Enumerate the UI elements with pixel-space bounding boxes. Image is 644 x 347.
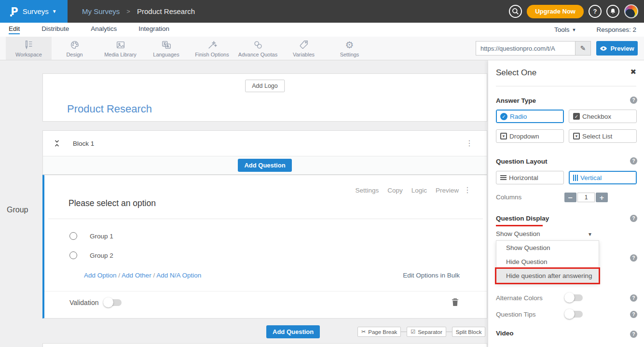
- option-label[interactable]: Group 2: [90, 252, 113, 259]
- menu-item-hide-question[interactable]: Hide Question: [496, 255, 599, 269]
- radio-option-icon[interactable]: [69, 251, 77, 259]
- answer-type-checkbox[interactable]: ✓ Checkbox: [569, 110, 637, 123]
- chevron-down-icon: ▼: [572, 28, 576, 32]
- responses-count[interactable]: Responses: 2: [596, 26, 636, 33]
- split-block-button[interactable]: Split Block: [452, 327, 486, 337]
- toolbar-item-finish-options[interactable]: Finish Options: [189, 37, 235, 60]
- answer-type-radio[interactable]: ✓ Radio: [496, 110, 564, 123]
- answer-option-row: Group 1: [69, 232, 113, 240]
- wand-icon: [207, 40, 218, 50]
- preview-button[interactable]: Preview: [596, 41, 638, 56]
- edit-url-button[interactable]: ✎: [575, 41, 591, 56]
- option-links: Add Option / Add Other / Add N/A Option: [84, 272, 201, 279]
- bell-icon: [609, 8, 617, 15]
- toolbar-item-settings[interactable]: ⚙ Settings: [327, 37, 372, 60]
- question-copy-link[interactable]: Copy: [387, 187, 403, 194]
- alternate-colors-toggle[interactable]: [565, 294, 583, 301]
- layout-vertical-button[interactable]: Vertical: [569, 171, 637, 184]
- tab-distribute[interactable]: Distribute: [41, 25, 69, 34]
- validation-toggle[interactable]: [104, 299, 122, 306]
- divider: [496, 86, 636, 86]
- answer-type-help-icon[interactable]: ?: [630, 97, 637, 104]
- block-menu-icon[interactable]: ⋮: [466, 139, 473, 147]
- toolbar-item-design[interactable]: Design: [52, 37, 97, 60]
- tag-icon: [299, 40, 309, 50]
- surveys-menu[interactable]: P Surveys ▼: [0, 0, 68, 23]
- increment-button[interactable]: +: [596, 193, 608, 202]
- edit-options-in-bulk-link[interactable]: Edit Options in Bulk: [403, 272, 460, 279]
- survey-url-field[interactable]: https://questionpro.com/t/A: [476, 41, 575, 56]
- question-display-menu: Show Question Hide Question Hide questio…: [496, 240, 599, 283]
- question-display-select[interactable]: Show Question ▼: [496, 230, 595, 237]
- question-text[interactable]: Please select an option: [69, 198, 156, 208]
- add-question-button-top[interactable]: Add Question: [238, 159, 291, 172]
- checkbox-icon: ☑: [411, 329, 415, 335]
- tab-integration[interactable]: Integration: [138, 25, 169, 34]
- toolbar-item-media-library[interactable]: Media Library: [97, 37, 143, 60]
- question-display-heading: Question Display: [496, 215, 549, 222]
- toolbar-label: Settings: [340, 52, 359, 57]
- question-text-underline: [48, 219, 483, 219]
- toolbar-label: Languages: [153, 52, 179, 57]
- block-title[interactable]: Block 1: [73, 140, 94, 147]
- vertical-bars-icon: [573, 175, 578, 181]
- tab-edit[interactable]: Edit: [9, 25, 20, 34]
- alternate-colors-help-icon[interactable]: ?: [630, 294, 637, 302]
- toolbar-item-workspace[interactable]: Workspace: [6, 37, 52, 60]
- divider: [44, 291, 487, 291]
- links-icon: [253, 40, 263, 50]
- survey-title[interactable]: Product Research: [67, 103, 152, 115]
- answer-type-heading: Answer Type: [496, 97, 536, 104]
- option-label[interactable]: Group 1: [90, 233, 113, 240]
- page-break-button[interactable]: ✂ Page Break: [357, 327, 401, 337]
- question-menu-icon[interactable]: ⋮: [464, 186, 471, 194]
- toolbar-item-advance-quotas[interactable]: Advance Quotas: [235, 37, 281, 60]
- columns-label: Columns: [496, 194, 521, 201]
- toolbar-item-variables[interactable]: Variables: [281, 37, 327, 60]
- decrement-button[interactable]: −: [564, 193, 576, 202]
- question-tips-help-icon[interactable]: ?: [630, 311, 637, 318]
- layout-horizontal-button[interactable]: Horizontal: [496, 171, 564, 184]
- add-logo-button[interactable]: Add Logo: [245, 80, 285, 92]
- breadcrumb: My Surveys > Product Research: [82, 7, 195, 15]
- question-tips-toggle[interactable]: [565, 311, 583, 318]
- hidden-setting-help-icon[interactable]: ?: [630, 254, 637, 262]
- toolbar-item-languages[interactable]: Languages: [143, 37, 189, 60]
- video-help-icon[interactable]: ?: [630, 331, 637, 338]
- add-na-option-link[interactable]: Add N/A Option: [156, 272, 201, 279]
- help-button[interactable]: ?: [589, 5, 602, 18]
- search-icon: [512, 8, 519, 15]
- columns-stepper: − +: [564, 193, 608, 202]
- separator-button[interactable]: ☑ Separator: [407, 327, 446, 337]
- question-settings-link[interactable]: Settings: [355, 187, 379, 194]
- question-preview-link[interactable]: Preview: [436, 187, 459, 194]
- menu-item-show-question[interactable]: Show Question: [496, 241, 599, 255]
- user-avatar[interactable]: [624, 4, 638, 18]
- question-layout-help-icon[interactable]: ?: [630, 157, 637, 165]
- add-question-button-bottom[interactable]: Add Question: [266, 325, 320, 338]
- radio-option-icon[interactable]: [69, 232, 77, 240]
- menu-item-hide-after-answering[interactable]: Hide question after answering: [496, 269, 599, 283]
- answer-option-row: Group 2: [69, 251, 113, 259]
- tools-menu[interactable]: Tools ▼: [554, 26, 576, 33]
- dropdown-box-icon: ▼: [500, 133, 507, 139]
- collapse-block-icon[interactable]: [54, 140, 60, 147]
- question-logic-link[interactable]: Logic: [411, 187, 427, 194]
- tab-analytics[interactable]: Analytics: [91, 25, 117, 34]
- columns-value-input[interactable]: [577, 193, 595, 202]
- add-other-link[interactable]: Add Other: [122, 272, 151, 279]
- close-icon[interactable]: ✖: [630, 68, 636, 76]
- notifications-button[interactable]: [606, 5, 619, 18]
- horizontal-lines-icon: [500, 175, 507, 180]
- add-option-link[interactable]: Add Option: [84, 272, 117, 279]
- toolbar-label: Finish Options: [195, 52, 229, 57]
- answer-type-select-list[interactable]: ▼ Select List: [569, 129, 637, 143]
- answer-type-dropdown[interactable]: ▼ Dropdown: [496, 129, 564, 143]
- video-heading: Video: [496, 330, 514, 337]
- delete-question-icon[interactable]: [452, 298, 459, 306]
- breadcrumb-my-surveys[interactable]: My Surveys: [82, 7, 120, 15]
- question-mark-icon: ?: [593, 8, 597, 15]
- search-button[interactable]: [509, 5, 522, 18]
- question-display-help-icon[interactable]: ?: [630, 215, 637, 222]
- upgrade-now-button[interactable]: Upgrade Now: [527, 5, 584, 18]
